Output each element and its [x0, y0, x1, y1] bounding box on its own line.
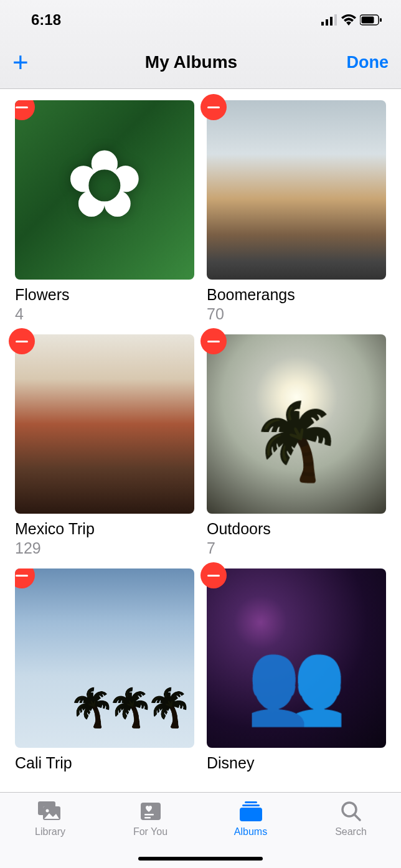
album-count: 70 — [207, 305, 386, 323]
album-thumbnail[interactable] — [15, 100, 194, 280]
status-bar: 6:18 — [0, 0, 401, 37]
album-count: 7 — [207, 539, 386, 557]
svg-rect-3 — [334, 14, 337, 26]
svg-rect-16 — [240, 808, 262, 821]
album-item[interactable]: Flowers 4 — [15, 100, 194, 323]
album-count: 4 — [15, 305, 194, 323]
album-name: Mexico Trip — [15, 520, 194, 538]
delete-album-button[interactable] — [200, 562, 227, 588]
nav-bar: + My Albums Done — [0, 37, 401, 89]
album-item[interactable]: Disney — [207, 568, 386, 773]
svg-rect-5 — [362, 17, 374, 24]
album-name: Disney — [207, 754, 386, 772]
status-indicators — [321, 14, 382, 26]
tab-label: Albums — [234, 826, 267, 837]
album-count: 129 — [15, 539, 194, 557]
album-name: Flowers — [15, 286, 194, 304]
library-icon — [37, 799, 64, 824]
album-item[interactable]: Cali Trip — [15, 568, 194, 773]
svg-rect-1 — [326, 19, 328, 26]
done-button[interactable]: Done — [333, 53, 389, 72]
tab-label: Search — [335, 826, 367, 837]
svg-rect-12 — [144, 814, 154, 816]
tab-label: For You — [133, 826, 167, 837]
svg-rect-2 — [330, 17, 333, 26]
album-thumbnail[interactable] — [15, 568, 194, 748]
home-indicator[interactable] — [138, 857, 263, 861]
svg-rect-11 — [141, 803, 161, 820]
add-album-button[interactable]: + — [12, 49, 50, 76]
status-time: 6:18 — [31, 11, 61, 29]
album-name: Boomerangs — [207, 286, 386, 304]
delete-album-button[interactable] — [200, 94, 227, 120]
tab-search[interactable]: Search — [301, 793, 401, 868]
delete-album-button[interactable] — [200, 328, 227, 354]
svg-rect-14 — [245, 801, 257, 803]
svg-line-18 — [354, 814, 360, 820]
svg-rect-13 — [144, 817, 151, 819]
search-icon — [337, 799, 365, 824]
battery-icon — [360, 14, 382, 26]
album-thumbnail[interactable] — [207, 100, 386, 280]
album-name: Outdoors — [207, 520, 386, 538]
album-name: Cali Trip — [15, 754, 194, 772]
cellular-icon — [321, 14, 337, 26]
album-thumbnail[interactable] — [207, 334, 386, 514]
for-you-icon — [137, 799, 164, 824]
album-thumbnail[interactable] — [15, 334, 194, 514]
tab-library[interactable]: Library — [0, 793, 100, 868]
page-title: My Albums — [50, 52, 333, 72]
svg-rect-6 — [380, 18, 382, 22]
tab-label: Library — [35, 826, 65, 837]
delete-album-button[interactable] — [15, 568, 35, 588]
svg-point-10 — [45, 809, 49, 813]
wifi-icon — [341, 14, 356, 26]
delete-album-button[interactable] — [9, 328, 35, 354]
album-item[interactable]: Outdoors 7 — [207, 334, 386, 557]
album-thumbnail[interactable] — [207, 568, 386, 748]
album-item[interactable]: Boomerangs 70 — [207, 100, 386, 323]
albums-icon — [237, 799, 265, 824]
svg-rect-15 — [242, 804, 260, 806]
delete-album-button[interactable] — [15, 100, 35, 120]
albums-grid: Flowers 4 Boomerangs 70 Mexico Trip 129 … — [0, 89, 401, 773]
svg-rect-0 — [321, 22, 324, 26]
album-item[interactable]: Mexico Trip 129 — [15, 334, 194, 557]
